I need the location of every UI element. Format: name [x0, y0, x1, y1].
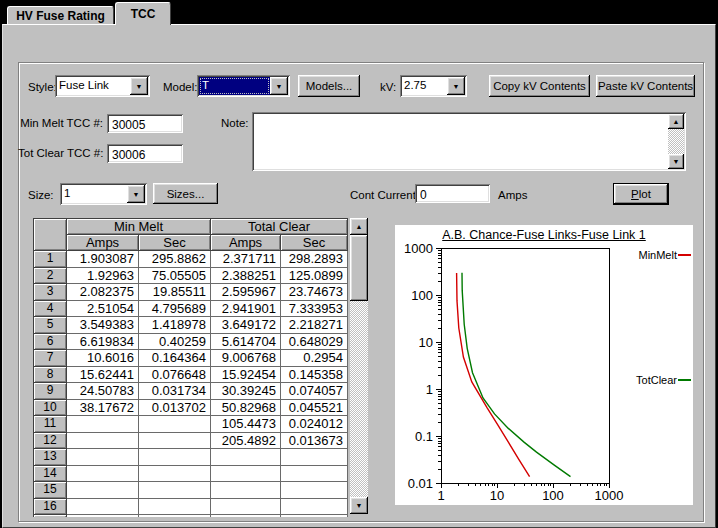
table-cell[interactable]: 6.619834 [67, 334, 139, 351]
table-cell[interactable]: 50.82968 [211, 400, 281, 417]
paste-kv-contents-button[interactable]: Paste kV Contents [596, 75, 695, 97]
plot-button[interactable]: Plot [613, 183, 669, 205]
row-header[interactable]: 1 [34, 251, 67, 268]
row-header[interactable]: 2 [34, 268, 67, 285]
table-cell[interactable] [211, 466, 281, 483]
sizes-button[interactable]: Sizes... [153, 183, 218, 204]
row-header[interactable]: 5 [34, 317, 67, 334]
table-cell[interactable] [139, 466, 211, 483]
table-cell[interactable]: 2.51054 [67, 301, 139, 318]
table-cell[interactable]: 0.013673 [281, 433, 348, 450]
table-cell[interactable]: 0.031734 [139, 383, 211, 400]
kv-combo-arrow-button[interactable]: ▼ [447, 77, 465, 95]
table-cell[interactable] [211, 482, 281, 499]
row-header[interactable]: 10 [34, 400, 67, 417]
table-cell[interactable]: 10.6016 [67, 350, 139, 367]
min-melt-tcc-input[interactable] [107, 114, 183, 133]
table-cell[interactable]: 30.39245 [211, 383, 281, 400]
table-cell[interactable] [67, 433, 139, 450]
table-cell[interactable]: 4.795689 [139, 301, 211, 318]
row-header[interactable]: 14 [34, 466, 67, 483]
table-cell[interactable]: 75.05505 [139, 268, 211, 285]
table-cell[interactable]: 1.92963 [67, 268, 139, 285]
table-cell[interactable]: 0.164364 [139, 350, 211, 367]
table-cell[interactable]: 0.024012 [281, 416, 348, 433]
row-header[interactable]: 13 [34, 449, 67, 466]
copy-kv-contents-button[interactable]: Copy kV Contents [489, 75, 590, 97]
table-cell[interactable]: 15.92454 [211, 367, 281, 384]
table-cell[interactable]: 295.8862 [139, 251, 211, 268]
table-cell[interactable]: 205.4892 [211, 433, 281, 450]
row-header[interactable]: 8 [34, 367, 67, 384]
table-cell[interactable] [281, 499, 348, 516]
table-cell[interactable]: 0.074057 [281, 383, 348, 400]
row-header[interactable]: 16 [34, 499, 67, 516]
note-scroll-down-button[interactable]: ▼ [668, 154, 684, 169]
table-cell[interactable]: 2.218271 [281, 317, 348, 334]
kv-combo[interactable]: 2.75 ▼ [400, 75, 467, 97]
models-button[interactable]: Models... [298, 75, 360, 97]
row-header[interactable]: 7 [34, 350, 67, 367]
row-header[interactable]: 12 [34, 433, 67, 450]
table-cell[interactable] [139, 416, 211, 433]
table-cell[interactable] [139, 433, 211, 450]
style-combo-arrow-button[interactable]: ▼ [130, 77, 148, 95]
table-cell[interactable]: 15.62441 [67, 367, 139, 384]
table-cell[interactable]: 0.076648 [139, 367, 211, 384]
table-cell[interactable]: 1.418978 [139, 317, 211, 334]
table-cell[interactable]: 125.0899 [281, 268, 348, 285]
row-header[interactable]: 17 [34, 515, 67, 517]
table-cell[interactable]: 0.145358 [281, 367, 348, 384]
note-scroll-up-button[interactable]: ▲ [668, 114, 684, 129]
table-cell[interactable]: 0.648029 [281, 334, 348, 351]
table-cell[interactable]: 298.2893 [281, 251, 348, 268]
table-cell[interactable]: 3.549383 [67, 317, 139, 334]
row-header[interactable]: 15 [34, 482, 67, 499]
row-header[interactable]: 4 [34, 301, 67, 318]
table-cell[interactable] [281, 482, 348, 499]
table-cell[interactable]: 19.85511 [139, 284, 211, 301]
table-scroll-down-button[interactable]: ▼ [350, 497, 368, 514]
table-cell[interactable]: 2.941901 [211, 301, 281, 318]
row-header[interactable]: 3 [34, 284, 67, 301]
table-cell[interactable]: 2.388251 [211, 268, 281, 285]
table-cell[interactable] [67, 449, 139, 466]
table-cell[interactable] [281, 449, 348, 466]
table-cell[interactable] [67, 466, 139, 483]
tab-hv-fuse-rating[interactable]: HV Fuse Rating [7, 6, 114, 24]
table-cell[interactable]: 0.2954 [281, 350, 348, 367]
table-cell[interactable]: 0.013702 [139, 400, 211, 417]
table-cell[interactable]: 5.614704 [211, 334, 281, 351]
table-cell[interactable]: 2.082375 [67, 284, 139, 301]
tot-clear-tcc-input[interactable] [107, 144, 183, 163]
table-cell[interactable]: 105.4473 [211, 416, 281, 433]
row-header[interactable]: 6 [34, 334, 67, 351]
table-cell[interactable] [281, 466, 348, 483]
table-cell[interactable] [139, 482, 211, 499]
note-scrollbar[interactable]: ▲ ▼ [668, 114, 684, 169]
size-combo[interactable]: 1 ▼ [60, 183, 147, 205]
table-cell[interactable]: 2.595967 [211, 284, 281, 301]
table-cell[interactable] [211, 449, 281, 466]
table-scroll-up-button[interactable]: ▲ [350, 218, 368, 235]
table-cell[interactable]: 0.40259 [139, 334, 211, 351]
size-combo-arrow-button[interactable]: ▼ [127, 185, 145, 203]
table-cell[interactable]: 24.50783 [67, 383, 139, 400]
table-cell[interactable] [211, 499, 281, 516]
row-header[interactable]: 11 [34, 416, 67, 433]
table-cell[interactable] [67, 482, 139, 499]
table-cell[interactable] [67, 515, 139, 517]
tab-tcc[interactable]: TCC [115, 2, 171, 25]
table-cell[interactable]: 7.333953 [281, 301, 348, 318]
cont-current-input[interactable] [415, 184, 490, 203]
model-combo-arrow-button[interactable]: ▼ [270, 77, 288, 95]
table-cell[interactable] [139, 449, 211, 466]
table-cell[interactable]: 1.903087 [67, 251, 139, 268]
table-cell[interactable] [67, 499, 139, 516]
note-textarea[interactable] [254, 114, 666, 169]
table-cell[interactable] [211, 515, 281, 517]
table-cell[interactable]: 0.045521 [281, 400, 348, 417]
table-cell[interactable]: 23.74673 [281, 284, 348, 301]
table-cell[interactable] [139, 499, 211, 516]
model-combo[interactable]: T ▼ [197, 75, 290, 97]
